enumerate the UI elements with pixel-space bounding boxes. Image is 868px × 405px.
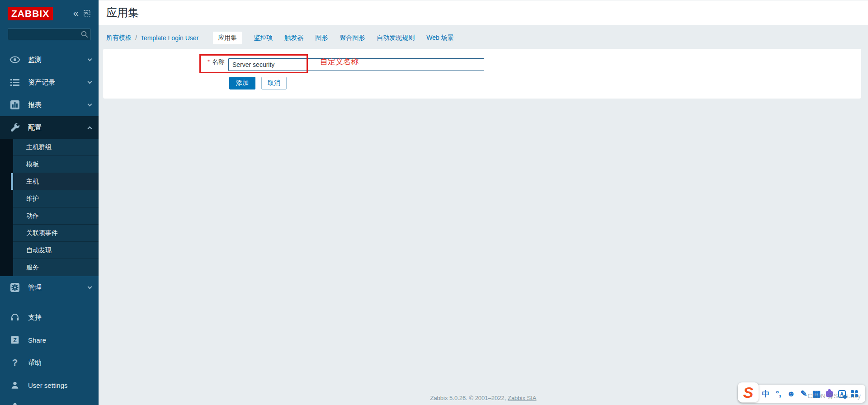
sidebar-item-label: 报表 [28, 101, 88, 109]
tab-web-scenarios[interactable]: Web 场景 [426, 34, 453, 42]
sidebar-item-help[interactable]: ? 帮助 [0, 351, 99, 374]
sidebar-item-label: 支持 [28, 313, 42, 322]
zabbix-logo[interactable]: ZABBIX [8, 7, 53, 20]
sidebar-item-inventory[interactable]: 资产记录 [0, 71, 99, 94]
submenu-item-label: 主机 [26, 178, 39, 186]
ime-translate-icon[interactable]: A [835, 390, 848, 398]
footer-zabbix-sia-link[interactable]: Zabbix SIA [508, 395, 537, 401]
sidebar-item-share[interactable]: Z Share [0, 329, 99, 351]
ime-skin-icon[interactable] [823, 391, 835, 397]
sogou-logo-icon[interactable]: S [738, 382, 759, 402]
sidebar-item-configuration[interactable]: 配置 [0, 116, 99, 139]
logo-row: ZABBIX « [8, 5, 91, 21]
sidebar-item-label: 监测 [28, 56, 88, 64]
submenu-item-hosts[interactable]: 主机 [13, 173, 99, 190]
submenu-item-event-correlation[interactable]: 关联项事件 [13, 225, 99, 242]
sidebar-item-support[interactable]: 支持 [0, 306, 99, 329]
help-icon: ? [9, 357, 21, 368]
tab-bar: 应用集 监控项 触发器 图形 聚合图形 自动发现规则 Web 场景 [213, 32, 453, 44]
sidebar-item-administration[interactable]: 管理 [0, 276, 99, 299]
list-icon [9, 77, 21, 88]
annotation-text: 自定义名称 [320, 57, 359, 67]
submenu-item-services[interactable]: 服务 [13, 259, 99, 276]
ime-keyboard-icon[interactable]: ▦ [810, 388, 823, 399]
sidebar-item-monitoring[interactable]: 监测 [0, 48, 99, 71]
tab-applications[interactable]: 应用集 [213, 32, 242, 44]
ime-chinese-mode-icon[interactable]: 中 [760, 389, 772, 399]
submenu-item-label: 服务 [26, 264, 39, 272]
ime-punctuation-icon[interactable]: °, [772, 389, 785, 399]
chevron-down-icon [88, 102, 92, 107]
breadcrumb-template-login-user[interactable]: Template Login User [141, 34, 198, 42]
submenu-item-host-groups[interactable]: 主机群组 [13, 139, 99, 156]
sidebar-item-label: Share [28, 336, 46, 344]
sidebar-item-label: 管理 [28, 283, 88, 292]
user-icon [9, 380, 21, 391]
search-icon[interactable] [80, 30, 89, 40]
chevron-down-icon [88, 80, 92, 84]
sidebar-item-label: 帮助 [28, 358, 42, 367]
submenu-item-label: 主机群组 [26, 143, 52, 151]
name-label-text: 名称 [212, 58, 225, 65]
tab-graphs[interactable]: 图形 [315, 34, 328, 42]
required-asterisk: * [208, 58, 210, 65]
eye-icon [9, 54, 21, 65]
submenu-item-actions[interactable]: 动作 [13, 207, 99, 225]
ime-toolbox-icon[interactable] [848, 390, 861, 397]
sign-out-icon[interactable] [10, 401, 20, 405]
wrench-icon [9, 122, 21, 133]
svg-text:Z: Z [13, 337, 17, 344]
page-header: 应用集 [99, 0, 868, 25]
submenu-item-label: 模板 [26, 160, 39, 169]
add-button[interactable]: 添加 [229, 77, 255, 89]
gear-icon [9, 282, 21, 293]
configuration-submenu: 主机群组 模板 主机 维护 动作 关联项事件 自动发现 服务 [0, 139, 99, 276]
breadcrumb: 所有模板 / Template Login User [106, 34, 198, 42]
ime-emoji-icon[interactable]: ☻ [785, 389, 797, 399]
submenu-item-maintenance[interactable]: 维护 [13, 190, 99, 207]
sidebar-item-user-settings[interactable]: User settings [0, 374, 99, 396]
sidebar: ZABBIX « 监测 资产记录 [0, 0, 99, 405]
share-z-icon: Z [9, 334, 21, 345]
sidebar-search-input[interactable] [8, 28, 91, 40]
submenu-item-label: 维护 [26, 195, 39, 203]
breadcrumb-separator: / [135, 34, 137, 42]
tab-items[interactable]: 监控项 [254, 34, 273, 42]
sidebar-item-label: User settings [28, 381, 68, 389]
submenu-item-discovery[interactable]: 自动发现 [13, 242, 99, 259]
tab-discovery-rules[interactable]: 自动发现规则 [377, 34, 415, 42]
cancel-button[interactable]: 取消 [261, 77, 287, 89]
submenu-item-label: 自动发现 [26, 246, 52, 254]
ime-handwriting-icon[interactable]: ✎ [797, 389, 810, 399]
breadcrumb-all-templates[interactable]: 所有模板 [106, 34, 132, 42]
bar-chart-icon [9, 99, 21, 110]
page-title: 应用集 [106, 5, 139, 20]
sidebar-item-label: 资产记录 [28, 78, 88, 87]
collapse-sidebar-icon[interactable]: « [73, 9, 79, 19]
chevron-down-icon [88, 285, 92, 289]
footer-copyright: Zabbix 5.0.26. © 2001–2022, [430, 395, 507, 401]
ime-toolbar: S 中 °, ☻ ✎ ▦ A [739, 385, 865, 403]
expand-window-icon[interactable] [83, 9, 91, 17]
submenu-item-templates[interactable]: 模板 [13, 156, 99, 173]
submenu-item-label: 关联项事件 [26, 229, 58, 237]
chevron-down-icon [88, 57, 92, 61]
chevron-up-icon [88, 126, 92, 131]
submenu-item-label: 动作 [26, 212, 39, 220]
sidebar-item-label: 配置 [28, 123, 88, 132]
tab-triggers[interactable]: 触发器 [284, 34, 303, 42]
tab-screens[interactable]: 聚合图形 [340, 34, 365, 42]
application-form-panel: *名称 自定义名称 添加 取消 [103, 49, 861, 99]
main-content: 应用集 所有模板 / Template Login User 应用集 监控项 触… [99, 0, 868, 405]
sidebar-item-reports[interactable]: 报表 [0, 94, 99, 116]
name-field-label: *名称 [103, 58, 225, 66]
headset-icon [9, 312, 21, 323]
